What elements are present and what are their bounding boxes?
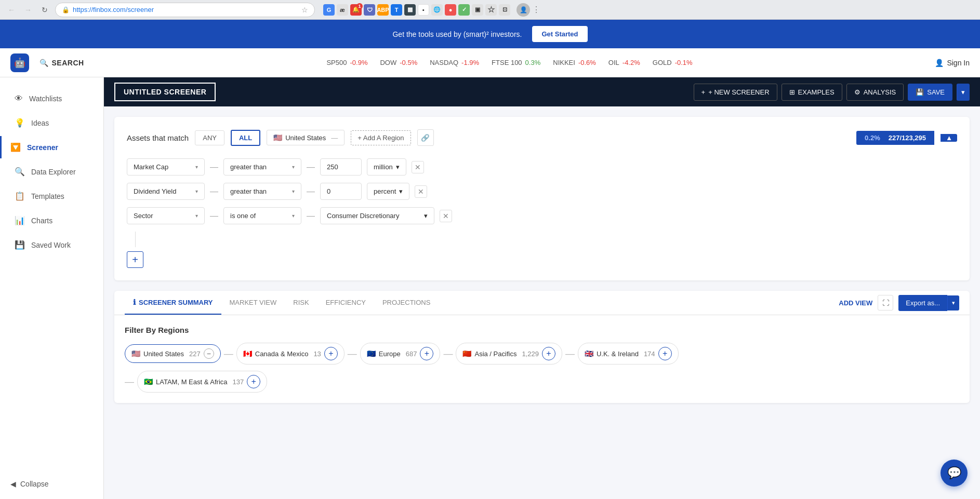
sidebar-collapse[interactable]: ◀ Collapse <box>0 474 103 494</box>
market-cap-remove-button[interactable]: ✕ <box>412 161 424 173</box>
search-area[interactable]: 🔍 SEARCH <box>39 59 84 67</box>
market-cap-unit-select[interactable]: million ▾ <box>367 158 406 176</box>
sidebar-item-saved-work[interactable]: 💾 Saved Work <box>4 234 99 256</box>
us-flag-icon: 🇺🇸 <box>273 133 282 142</box>
tab-risk[interactable]: RISK <box>285 291 317 315</box>
region-asia[interactable]: 🇨🇳 Asia / Pacifics 1,229 + <box>456 343 562 365</box>
screener-title-button[interactable]: UNTITLED SCREENER <box>114 83 216 101</box>
ext-red[interactable]: 🔔1 <box>350 4 362 16</box>
sidebar-item-data-explorer[interactable]: 🔍 Data Explorer <box>4 160 99 183</box>
ext-misc2[interactable]: ⊡ <box>499 4 510 16</box>
any-button[interactable]: ANY <box>195 130 224 145</box>
dividend-yield-value-input[interactable]: 0 <box>320 183 362 200</box>
fullscreen-button[interactable]: ⛶ <box>878 295 893 311</box>
ext-shield[interactable]: 🛡 <box>364 4 375 16</box>
ext-ae[interactable]: æ <box>337 4 348 16</box>
chat-bubble[interactable]: 💬 <box>941 460 968 487</box>
add-filter-button[interactable]: + <box>127 251 143 268</box>
dividend-yield-unit-select[interactable]: percent ▾ <box>367 183 409 200</box>
sidebar-item-charts[interactable]: 📊 Charts <box>4 209 99 232</box>
user-avatar[interactable]: 👤 <box>517 3 530 17</box>
filter-header: Assets that match ANY ALL 🇺🇸 United Stat… <box>127 129 957 146</box>
ext-g[interactable]: G <box>323 4 335 16</box>
dividend-yield-field-select[interactable]: Dividend Yield ▾ <box>127 183 205 200</box>
ticker-nasdaq: NASDAQ -1.9% <box>430 59 479 66</box>
ext-star[interactable]: ☆ <box>485 4 497 16</box>
region-button[interactable]: 🇺🇸 United States — <box>267 130 345 145</box>
add-view-button[interactable]: ADD VIEW <box>839 299 872 307</box>
sidebar-item-watchlists[interactable]: 👁 Watchlists <box>4 88 99 110</box>
ext-abp[interactable]: ABP <box>377 4 389 16</box>
region-latam[interactable]: 🇧🇷 LATAM, M East & Africa 137 + <box>137 371 267 393</box>
ext-check[interactable]: ✓ <box>458 4 470 16</box>
dividend-yield-operator-select[interactable]: greater than ▾ <box>223 183 301 200</box>
export-main-button[interactable]: Export as... <box>898 295 947 311</box>
reload-button[interactable]: ↻ <box>38 4 51 16</box>
saved-work-label: Saved Work <box>31 241 71 249</box>
analysis-button[interactable]: ⚙ ANALYSIS <box>846 84 904 101</box>
sidebar-item-templates[interactable]: 📋 Templates <box>4 185 99 207</box>
ext-dark2[interactable]: ▪ <box>418 4 429 16</box>
tab-projections[interactable]: PROJECTIONS <box>374 291 439 315</box>
site-logo[interactable]: 🤖 <box>10 53 29 72</box>
dividend-yield-operator: greater than <box>230 187 267 195</box>
sector-remove-button[interactable]: ✕ <box>440 210 452 222</box>
get-started-button[interactable]: Get Started <box>532 26 587 42</box>
examples-button[interactable]: ⊞ EXAMPLES <box>782 84 842 101</box>
all-button[interactable]: ALL <box>231 130 260 146</box>
dividend-yield-remove-button[interactable]: ✕ <box>415 185 427 198</box>
more-options[interactable]: ⋮ <box>532 5 540 15</box>
ext-misc1[interactable]: ▣ <box>472 4 483 16</box>
address-bar[interactable]: 🔒 https://finbox.com/screener ☆ <box>55 3 315 17</box>
tab-market-view[interactable]: MARKET VIEW <box>221 291 285 315</box>
sidebar: 👁 Watchlists 💡 Ideas 🔽 Screener 🔍 Data E… <box>0 77 104 499</box>
chevron-down-icon-9: ▾ <box>424 212 428 220</box>
us-minus-button[interactable]: − <box>204 348 214 359</box>
save-dropdown-button[interactable]: ▾ <box>957 84 970 101</box>
tab-screener-summary[interactable]: ℹ SCREENER SUMMARY <box>125 291 221 315</box>
ext-globe[interactable]: 🌐 <box>431 4 443 16</box>
data-explorer-icon: 🔍 <box>15 167 25 177</box>
link-button[interactable]: 🔗 <box>417 129 434 146</box>
region-us[interactable]: 🇺🇸 United States 227 − <box>125 344 221 363</box>
market-cap-field-select[interactable]: Market Cap ▾ <box>127 158 205 176</box>
sector-operator-select[interactable]: is one of ▾ <box>223 207 301 224</box>
back-button[interactable]: ← <box>5 4 18 16</box>
uk-add-button[interactable]: + <box>658 347 672 360</box>
ext-translate[interactable]: T <box>391 4 402 16</box>
market-cap-unit: million <box>374 163 393 171</box>
saved-work-icon: 💾 <box>15 240 25 250</box>
market-cap-operator-select[interactable]: greater than ▾ <box>223 158 301 176</box>
export-dropdown-button[interactable]: ▾ <box>947 295 959 311</box>
sector-field-select[interactable]: Sector ▾ <box>127 207 205 224</box>
region-canada[interactable]: 🇨🇦 Canada & Mexico 13 + <box>236 343 345 365</box>
market-cap-value-input[interactable]: 250 <box>320 158 362 176</box>
save-icon: 💾 <box>916 88 924 96</box>
sector-value-select[interactable]: Consumer Discretionary ▾ <box>320 207 434 224</box>
forward-button[interactable]: → <box>22 4 34 16</box>
europe-add-button[interactable]: + <box>420 347 433 360</box>
asia-add-button[interactable]: + <box>542 347 555 360</box>
url-input[interactable]: https://finbox.com/screener <box>73 6 301 14</box>
region-uk[interactable]: 🇬🇧 U.K. & Ireland 174 + <box>578 343 679 365</box>
canada-add-button[interactable]: + <box>324 347 338 360</box>
sidebar-item-ideas[interactable]: 💡 Ideas <box>4 112 99 134</box>
region-europe[interactable]: 🇪🇺 Europe 687 + <box>360 343 441 365</box>
collapse-label: Collapse <box>20 480 48 488</box>
chevron-down-icon-2: ▾ <box>292 164 295 170</box>
ext-circle[interactable]: ● <box>445 4 456 16</box>
sign-in-area[interactable]: 👤 Sign In <box>935 59 970 67</box>
sidebar-item-screener[interactable]: 🔽 Screener <box>0 136 99 158</box>
latam-add-button[interactable]: + <box>247 375 260 388</box>
filter-collapse-button[interactable]: ▲ <box>941 134 957 142</box>
region-remove-icon[interactable]: — <box>331 134 338 142</box>
asia-flag: 🇨🇳 <box>462 349 471 358</box>
new-screener-button[interactable]: + + NEW SCREENER <box>694 84 777 101</box>
ext-dark1[interactable]: ▦ <box>404 4 416 16</box>
ticker-dow: DOW -0.5% <box>380 59 417 66</box>
save-button[interactable]: 💾 SAVE <box>908 84 952 101</box>
add-region-button[interactable]: + Add A Region <box>351 130 410 145</box>
screener-summary-section: ℹ SCREENER SUMMARY MARKET VIEW RISK EFFI… <box>114 291 970 403</box>
tab-efficiency[interactable]: EFFICIENCY <box>317 291 374 315</box>
data-explorer-label: Data Explorer <box>31 168 76 176</box>
